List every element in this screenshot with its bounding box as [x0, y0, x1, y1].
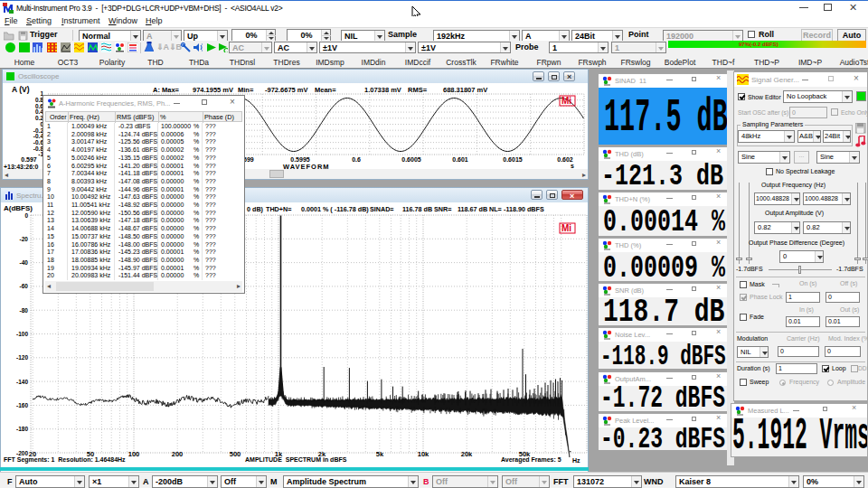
- svg-text:20k: 20k: [461, 450, 473, 458]
- svg-text:10k: 10k: [418, 450, 429, 458]
- svg-text:-120: -120: [16, 354, 28, 361]
- svg-text:-80: -80: [20, 307, 29, 314]
- svg-text:200: 200: [172, 450, 184, 458]
- svg-text:-20: -20: [20, 236, 29, 242]
- svg-text:-60: -60: [20, 283, 29, 289]
- svg-text:Mi: Mi: [561, 96, 571, 106]
- svg-text:-40: -40: [20, 259, 29, 266]
- svg-text:-160: -160: [16, 402, 28, 408]
- svg-text:-180: -180: [16, 426, 28, 432]
- svg-text:-100: -100: [16, 331, 28, 337]
- svg-text:-200: -200: [16, 450, 28, 456]
- svg-text:5k: 5k: [376, 450, 384, 458]
- svg-text:500: 500: [230, 450, 241, 458]
- svg-text:100: 100: [128, 450, 140, 458]
- svg-text:-140: -140: [16, 379, 28, 385]
- svg-text:Mi: Mi: [561, 223, 571, 233]
- svg-text:0: 0: [24, 212, 28, 219]
